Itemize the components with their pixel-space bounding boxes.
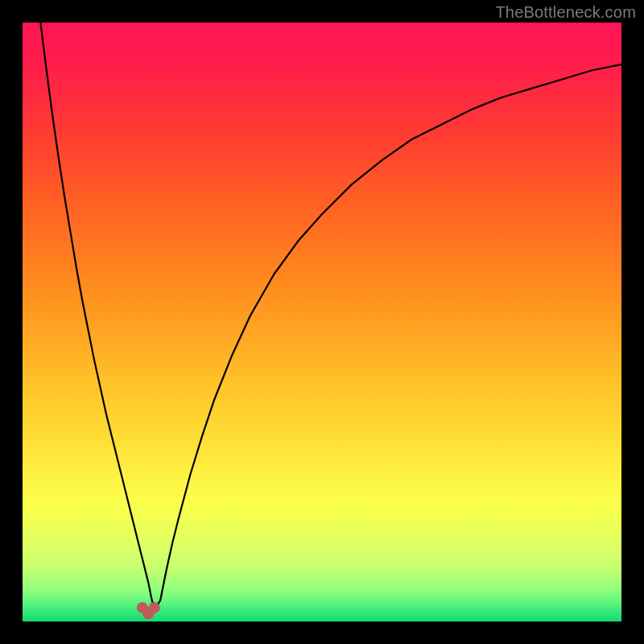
bottleneck-chart-svg (23, 23, 621, 621)
plot-area (23, 23, 621, 621)
watermark-text: TheBottleneck.com (495, 3, 636, 22)
svg-point-2 (149, 602, 160, 613)
chart-frame: TheBottleneck.com (0, 0, 644, 644)
gradient-background (23, 23, 621, 621)
